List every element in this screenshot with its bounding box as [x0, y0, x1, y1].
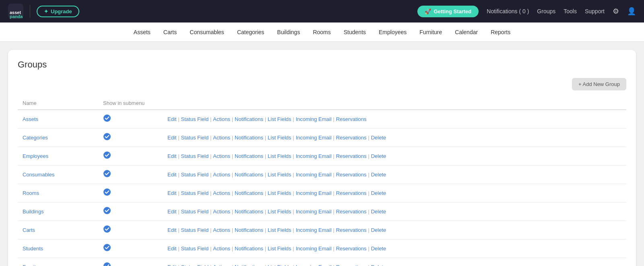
action-link-delete[interactable]: Delete: [371, 135, 386, 141]
group-name-link[interactable]: Assets: [23, 116, 38, 122]
action-link-reservations[interactable]: Reservations: [336, 209, 367, 215]
action-link-reservations[interactable]: Reservations: [336, 172, 367, 178]
upgrade-button[interactable]: ✦ Upgrade: [37, 6, 79, 17]
action-link-incoming-email[interactable]: Incoming Email: [296, 209, 332, 215]
action-link-list-fields[interactable]: List Fields: [268, 246, 291, 252]
action-link-reservations[interactable]: Reservations: [336, 227, 367, 233]
action-link-list-fields[interactable]: List Fields: [268, 116, 291, 122]
nav-assets[interactable]: Assets: [134, 29, 151, 35]
action-link-edit[interactable]: Edit: [167, 172, 176, 178]
action-link-actions[interactable]: Actions: [213, 264, 230, 266]
action-link-status-field[interactable]: Status Field: [181, 246, 209, 252]
action-link-notifications[interactable]: Notifications: [235, 116, 263, 122]
group-name-link[interactable]: Furniture: [23, 264, 43, 266]
nav-calendar[interactable]: Calendar: [455, 29, 478, 35]
group-name-link[interactable]: Students: [23, 246, 43, 252]
action-link-incoming-email[interactable]: Incoming Email: [296, 172, 332, 178]
action-link-notifications[interactable]: Notifications: [235, 172, 263, 178]
nav-employees[interactable]: Employees: [379, 29, 407, 35]
nav-carts[interactable]: Carts: [163, 29, 177, 35]
action-link-reservations[interactable]: Reservations: [336, 246, 367, 252]
action-link-edit[interactable]: Edit: [167, 264, 176, 266]
action-link-actions[interactable]: Actions: [213, 116, 230, 122]
user-icon[interactable]: 👤: [627, 7, 636, 16]
action-link-edit[interactable]: Edit: [167, 190, 176, 196]
action-link-actions[interactable]: Actions: [213, 227, 230, 233]
nav-rooms[interactable]: Rooms: [313, 29, 330, 35]
action-link-status-field[interactable]: Status Field: [181, 172, 209, 178]
nav-furniture[interactable]: Furniture: [419, 29, 442, 35]
group-name-link[interactable]: Employees: [23, 153, 48, 159]
action-link-status-field[interactable]: Status Field: [181, 209, 209, 215]
group-name-link[interactable]: Consumables: [23, 172, 55, 178]
action-link-list-fields[interactable]: List Fields: [268, 190, 291, 196]
action-link-status-field[interactable]: Status Field: [181, 116, 209, 122]
action-link-delete[interactable]: Delete: [371, 209, 386, 215]
action-link-actions[interactable]: Actions: [213, 190, 230, 196]
action-link-incoming-email[interactable]: Incoming Email: [296, 190, 332, 196]
action-link-incoming-email[interactable]: Incoming Email: [296, 116, 332, 122]
action-link-delete[interactable]: Delete: [371, 190, 386, 196]
action-link-reservations[interactable]: Reservations: [336, 116, 367, 122]
action-link-incoming-email[interactable]: Incoming Email: [296, 227, 332, 233]
action-link-list-fields[interactable]: List Fields: [268, 209, 291, 215]
groups-link[interactable]: Groups: [537, 8, 555, 14]
action-link-delete[interactable]: Delete: [371, 153, 386, 159]
group-name-link[interactable]: Buildings: [23, 209, 44, 215]
action-link-reservations[interactable]: Reservations: [336, 190, 367, 196]
action-link-status-field[interactable]: Status Field: [181, 227, 209, 233]
action-link-list-fields[interactable]: List Fields: [268, 172, 291, 178]
action-link-incoming-email[interactable]: Incoming Email: [296, 135, 332, 141]
nav-categories[interactable]: Categories: [237, 29, 264, 35]
group-name-link[interactable]: Rooms: [23, 190, 39, 196]
support-link[interactable]: Support: [585, 8, 605, 14]
action-link-status-field[interactable]: Status Field: [181, 153, 209, 159]
action-link-list-fields[interactable]: List Fields: [268, 227, 291, 233]
action-link-status-field[interactable]: Status Field: [181, 264, 209, 266]
action-link-notifications[interactable]: Notifications: [235, 135, 263, 141]
action-link-list-fields[interactable]: List Fields: [268, 135, 291, 141]
nav-consumables[interactable]: Consumables: [190, 29, 224, 35]
action-link-notifications[interactable]: Notifications: [235, 264, 263, 266]
action-link-edit[interactable]: Edit: [167, 153, 176, 159]
action-link-edit[interactable]: Edit: [167, 227, 176, 233]
action-link-delete[interactable]: Delete: [371, 227, 386, 233]
tools-link[interactable]: Tools: [564, 8, 577, 14]
notifications-link[interactable]: Notifications ( 0 ): [487, 8, 529, 14]
action-link-actions[interactable]: Actions: [213, 172, 230, 178]
nav-students[interactable]: Students: [344, 29, 366, 35]
action-link-list-fields[interactable]: List Fields: [268, 264, 291, 266]
action-link-delete[interactable]: Delete: [371, 172, 386, 178]
action-link-delete[interactable]: Delete: [371, 246, 386, 252]
getting-started-button[interactable]: 🚀 Getting Started: [417, 6, 479, 17]
action-link-actions[interactable]: Actions: [213, 153, 230, 159]
group-name-link[interactable]: Carts: [23, 227, 35, 233]
action-link-notifications[interactable]: Notifications: [235, 153, 263, 159]
action-link-edit[interactable]: Edit: [167, 209, 176, 215]
settings-icon[interactable]: ⚙: [613, 7, 619, 16]
action-link-notifications[interactable]: Notifications: [235, 190, 263, 196]
nav-reports[interactable]: Reports: [491, 29, 510, 35]
action-link-reservations[interactable]: Reservations: [336, 135, 367, 141]
action-link-edit[interactable]: Edit: [167, 135, 176, 141]
action-link-actions[interactable]: Actions: [213, 246, 230, 252]
action-link-list-fields[interactable]: List Fields: [268, 153, 291, 159]
action-link-notifications[interactable]: Notifications: [235, 227, 263, 233]
action-link-notifications[interactable]: Notifications: [235, 209, 263, 215]
add-new-group-button[interactable]: + Add New Group: [572, 78, 626, 90]
action-link-incoming-email[interactable]: Incoming Email: [296, 264, 332, 266]
action-link-reservations[interactable]: Reservations: [336, 153, 367, 159]
action-link-incoming-email[interactable]: Incoming Email: [296, 153, 332, 159]
action-link-notifications[interactable]: Notifications: [235, 246, 263, 252]
action-link-actions[interactable]: Actions: [213, 209, 230, 215]
nav-buildings[interactable]: Buildings: [277, 29, 300, 35]
action-link-incoming-email[interactable]: Incoming Email: [296, 246, 332, 252]
action-link-edit[interactable]: Edit: [167, 246, 176, 252]
action-link-delete[interactable]: Delete: [371, 264, 386, 266]
action-link-actions[interactable]: Actions: [213, 135, 230, 141]
action-link-status-field[interactable]: Status Field: [181, 190, 209, 196]
group-name-link[interactable]: Categories: [23, 135, 48, 141]
action-link-edit[interactable]: Edit: [167, 116, 176, 122]
action-link-status-field[interactable]: Status Field: [181, 135, 209, 141]
action-link-reservations[interactable]: Reservations: [336, 264, 367, 266]
